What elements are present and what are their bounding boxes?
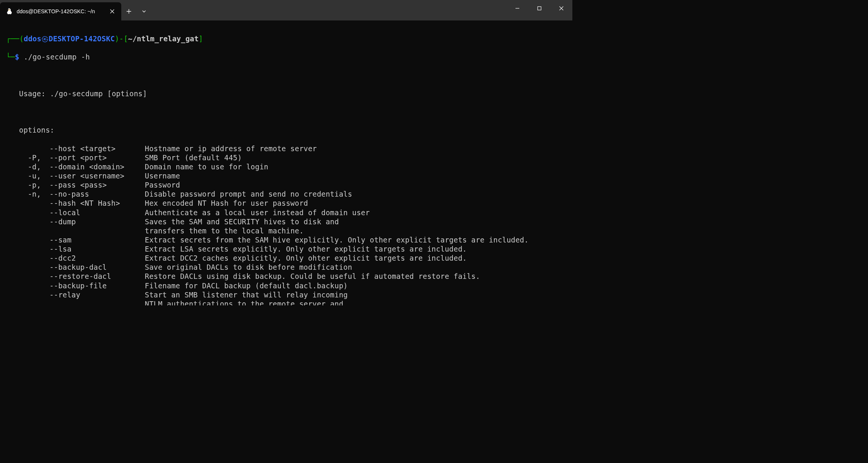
blank-line-2	[6, 107, 566, 116]
option-flag: --sam	[49, 235, 145, 244]
option-row: --restore-daclRestore DACLs using disk b…	[6, 272, 566, 281]
option-desc: Hostname or ip address of remote server	[145, 144, 317, 153]
option-row: -P,--port <port>SMB Port (default 445)	[6, 153, 566, 162]
titlebar: ddos@DESKTOP-142OSKC: ~/n	[0, 0, 572, 20]
options-header: options:	[6, 125, 566, 135]
option-flag: --backup-file	[49, 281, 145, 290]
option-row: --host <target>Hostname or ip address of…	[6, 144, 566, 153]
maximize-button[interactable]	[528, 0, 550, 17]
svg-rect-2	[538, 7, 541, 10]
prompt-line-2: └─$ ./go-secdump -h	[6, 52, 566, 61]
option-short: -P,	[28, 153, 49, 162]
option-flag: --hash <NT Hash>	[49, 199, 145, 208]
option-flag: --no-pass	[49, 189, 145, 199]
terminal-output[interactable]: ┌──(ddos㉿DESKTOP-142OSKC)-[~/ntlm_relay_…	[0, 20, 572, 305]
option-row: --localAuthenticate as a local user inst…	[6, 208, 566, 217]
option-desc: Domain name to use for login	[145, 163, 268, 171]
tab-title: ddos@DESKTOP-142OSKC: ~/n	[17, 8, 107, 14]
option-desc: Disable password prompt and send no cred…	[145, 190, 352, 198]
tux-icon	[5, 8, 13, 15]
option-row: -d,--domain <domain>Domain name to use f…	[6, 162, 566, 171]
option-desc: Extract DCC2 caches explicitly. Only oht…	[145, 254, 467, 262]
option-flag: --lsa	[49, 244, 145, 253]
window-controls	[506, 0, 572, 17]
option-row: --hash <NT Hash>Hex encoded NT Hash for …	[6, 199, 566, 208]
option-row: --lsaExtract LSA secrets explicitly. Onl…	[6, 244, 566, 253]
option-flag: --user <username>	[49, 171, 145, 180]
option-desc: Start an SMB listener that will relay in…	[145, 291, 348, 299]
option-short: -p,	[28, 180, 49, 189]
option-flag: --local	[49, 208, 145, 217]
option-short: -u,	[28, 171, 49, 180]
option-desc: Extract LSA secrets explicitly. Only oth…	[145, 245, 467, 253]
option-row: --samExtract secrets from the SAM hive e…	[6, 235, 566, 244]
new-tab-button[interactable]	[121, 2, 136, 20]
option-desc-continuation: transfers them to the local machine.	[6, 226, 566, 235]
option-row: -p,--pass <pass>Password	[6, 180, 566, 189]
option-desc: Authenticate as a local user instead of …	[145, 208, 370, 217]
option-flag: --domain <domain>	[49, 162, 145, 171]
option-desc: Password	[145, 181, 180, 189]
prompt-line-1: ┌──(ddos㉿DESKTOP-142OSKC)-[~/ntlm_relay_…	[6, 34, 566, 43]
option-flag: --dump	[49, 217, 145, 226]
terminal-tab[interactable]: ddos@DESKTOP-142OSKC: ~/n	[0, 2, 121, 20]
option-desc: Filename for DACL backup (default dacl.b…	[145, 282, 348, 290]
options-list: --host <target>Hostname or ip address of…	[6, 144, 566, 305]
option-row: --dcc2Extract DCC2 caches explicitly. On…	[6, 253, 566, 263]
usage-line: Usage: ./go-secdump [options]	[6, 89, 566, 98]
close-tab-button[interactable]	[107, 6, 118, 17]
command-text: ./go-secdump -h	[24, 53, 90, 61]
option-desc: SMB Port (default 445)	[145, 153, 242, 162]
blank-line	[6, 71, 566, 80]
option-row: --dumpSaves the SAM and SECURITY hives t…	[6, 217, 566, 226]
option-flag: --backup-dacl	[49, 263, 145, 272]
option-desc: Extract secrets from the SAM hive explic…	[145, 236, 529, 244]
option-flag: --port <port>	[49, 153, 145, 162]
option-desc: Saves the SAM and SECURITY hives to disk…	[145, 217, 339, 226]
option-flag: --host <target>	[49, 144, 145, 153]
option-short: -d,	[28, 162, 49, 171]
option-row: -n,--no-passDisable password prompt and …	[6, 189, 566, 199]
tab-dropdown-button[interactable]	[136, 2, 152, 20]
option-flag: --restore-dacl	[49, 272, 145, 281]
option-desc-continuation: NTLM authentications to the remote serve…	[6, 299, 566, 305]
option-row: --relayStart an SMB listener that will r…	[6, 290, 566, 299]
option-desc: Save original DACLs to disk before modif…	[145, 263, 352, 271]
option-desc: Restore DACLs using disk backup. Could b…	[145, 272, 480, 280]
option-row: --backup-fileFilename for DACL backup (d…	[6, 281, 566, 290]
option-flag: --relay	[49, 290, 145, 299]
option-short: -n,	[28, 189, 49, 199]
svg-point-0	[8, 9, 9, 9]
option-row: -u,--user <username>Username	[6, 171, 566, 180]
svg-point-1	[9, 9, 10, 9]
option-row: --backup-daclSave original DACLs to disk…	[6, 263, 566, 272]
option-flag: --dcc2	[49, 253, 145, 263]
option-desc: Hex encoded NT Hash for user password	[145, 199, 308, 207]
option-flag: --pass <pass>	[49, 180, 145, 189]
close-window-button[interactable]	[550, 0, 572, 17]
option-desc: Username	[145, 172, 180, 180]
minimize-button[interactable]	[506, 0, 528, 17]
